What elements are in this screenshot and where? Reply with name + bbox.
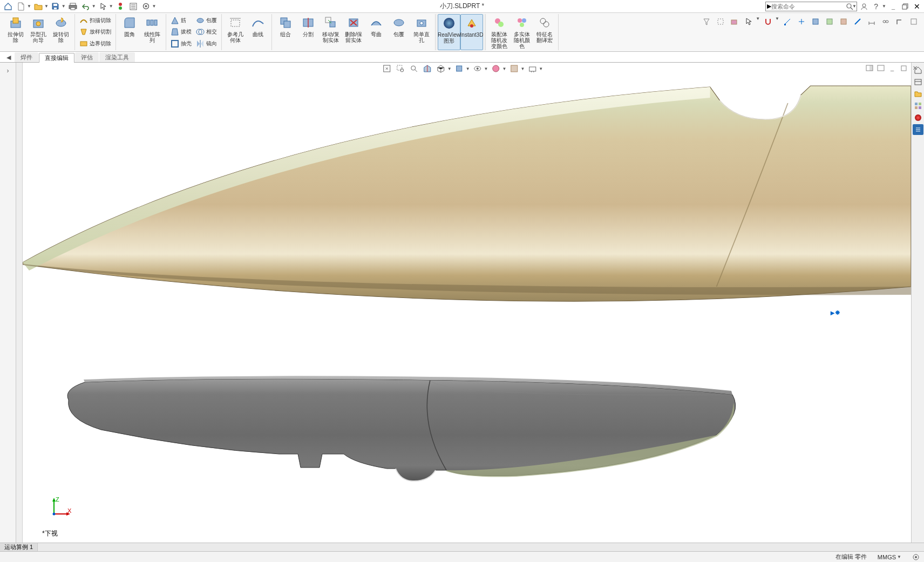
- minimize-button[interactable]: _: [888, 2, 898, 11]
- realview-button[interactable]: RealView 图形: [438, 14, 460, 50]
- restore-button[interactable]: [900, 2, 910, 11]
- chevron-down-icon[interactable]: ▼: [62, 4, 66, 9]
- motion-study-tab[interactable]: 运动算例 1: [0, 543, 38, 551]
- save-button[interactable]: [50, 1, 62, 12]
- box3-icon[interactable]: [838, 16, 850, 27]
- home-icon[interactable]: [2, 1, 14, 12]
- chevron-down-icon[interactable]: ▼: [520, 66, 525, 71]
- chevron-down-icon[interactable]: ▼: [92, 4, 96, 9]
- chevron-down-icon[interactable]: ▼: [502, 66, 507, 71]
- chevron-down-icon[interactable]: ▼: [109, 4, 113, 9]
- chevron-down-icon[interactable]: ▼: [775, 16, 779, 21]
- mirror-button[interactable]: 镜向: [194, 38, 219, 50]
- apply-scene-icon[interactable]: [508, 63, 520, 74]
- shell-button[interactable]: 抽壳: [168, 38, 194, 50]
- flex-button[interactable]: 弯曲: [365, 14, 388, 50]
- chevron-down-icon[interactable]: ▼: [27, 4, 31, 9]
- search-input[interactable]: [771, 3, 846, 10]
- settings-button[interactable]: [140, 1, 152, 12]
- doc-close-button[interactable]: ✕: [910, 64, 920, 72]
- section-view-icon[interactable]: [422, 63, 433, 74]
- taskpane-appearances-icon[interactable]: [913, 112, 923, 123]
- chevron-down-icon[interactable]: ▼: [152, 4, 157, 9]
- graphics-area[interactable]: ▸⁕: [23, 63, 911, 543]
- display-style-icon[interactable]: [453, 63, 465, 74]
- wrap-button[interactable]: 包覆: [194, 15, 219, 26]
- wrap2-button[interactable]: 包覆: [388, 14, 410, 50]
- chevron-down-icon[interactable]: ▼: [447, 66, 452, 71]
- previous-view-icon[interactable]: [408, 63, 420, 74]
- corner-icon[interactable]: [894, 16, 906, 27]
- flyout-arrow-icon[interactable]: ›: [2, 65, 14, 77]
- boundary-cut-button[interactable]: 边界切除: [77, 38, 113, 50]
- chevron-down-icon[interactable]: ▼: [852, 4, 857, 9]
- chevron-down-icon[interactable]: ▼: [484, 66, 488, 71]
- magnet-icon[interactable]: [762, 16, 774, 27]
- chevron-down-icon[interactable]: ▼: [539, 66, 543, 71]
- traffic-light-icon[interactable]: [114, 1, 126, 12]
- taskpane-library-icon[interactable]: [913, 89, 923, 99]
- view-settings-icon[interactable]: [526, 63, 538, 74]
- tab-render-tools[interactable]: 渲染工具: [99, 52, 135, 62]
- tab-direct-editing[interactable]: 直接编辑: [39, 53, 74, 63]
- user-icon[interactable]: [859, 2, 869, 11]
- taskpane-custom-props-icon[interactable]: [913, 124, 923, 135]
- hole-wizard-button[interactable]: 异型孔 向导: [27, 14, 50, 50]
- draft-button[interactable]: 拔模: [168, 26, 194, 38]
- taskpane-resources-icon[interactable]: [913, 77, 923, 87]
- doc-minimize-button[interactable]: _: [887, 64, 897, 72]
- view-triad[interactable]: Z X: [50, 497, 71, 518]
- chevron-down-icon[interactable]: ▼: [882, 4, 886, 9]
- doc-expand-icon[interactable]: [865, 64, 874, 72]
- split-button[interactable]: 分割: [297, 14, 320, 50]
- right-box-icon[interactable]: [908, 16, 920, 27]
- multibody-color-button[interactable]: 多实体 随机颜 色: [511, 14, 533, 50]
- box-icon[interactable]: [810, 16, 821, 27]
- zoom-area-icon[interactable]: [395, 63, 406, 74]
- new-file-button[interactable]: [15, 1, 27, 12]
- print-button[interactable]: [67, 1, 79, 12]
- panel-splitter[interactable]: [16, 63, 23, 543]
- box2-icon[interactable]: [824, 16, 835, 27]
- chevron-down-icon[interactable]: ▼: [466, 66, 470, 71]
- simple-hole-button[interactable]: 简单直 孔: [410, 14, 433, 50]
- chain-icon[interactable]: [880, 16, 892, 27]
- sweep-cut-button[interactable]: 扫描切除: [77, 15, 113, 26]
- search-box[interactable]: ▶ ▼: [765, 2, 857, 11]
- list-icon[interactable]: [127, 1, 139, 12]
- taskpane-view-palette-icon[interactable]: [913, 100, 923, 111]
- chevron-down-icon[interactable]: ▼: [756, 16, 760, 21]
- select-button[interactable]: [97, 1, 109, 12]
- instant3d-button[interactable]: Instant3D: [460, 14, 483, 50]
- delete-keep-button[interactable]: 删除/保 留实体: [342, 14, 365, 50]
- cursor-button[interactable]: [743, 16, 755, 27]
- edge-icon[interactable]: [852, 16, 864, 27]
- sketch-rel-icon[interactable]: [782, 16, 793, 27]
- zoom-fit-icon[interactable]: [381, 63, 393, 74]
- dim-icon[interactable]: [866, 16, 878, 27]
- open-file-button[interactable]: [32, 1, 44, 12]
- close-button[interactable]: ✕: [912, 2, 922, 11]
- feature-translate-button[interactable]: 特征名 翻译宏: [533, 14, 556, 50]
- loft-cut-button[interactable]: 放样切割: [77, 26, 113, 38]
- extrude-cut-button[interactable]: 拉伸切 除: [4, 14, 27, 50]
- filter-solid-icon[interactable]: [729, 16, 740, 27]
- undo-button[interactable]: [80, 1, 92, 12]
- view-orientation-icon[interactable]: [435, 63, 447, 74]
- help-button[interactable]: ?: [871, 2, 881, 11]
- doc-maximize-button[interactable]: [899, 64, 908, 72]
- chevron-down-icon[interactable]: ▼: [44, 4, 49, 9]
- linear-pattern-button[interactable]: 线性阵 列: [141, 14, 164, 50]
- tab-weldments[interactable]: 焊件: [15, 52, 38, 62]
- sketch-rel2-icon[interactable]: [796, 16, 807, 27]
- rib-button[interactable]: 筋: [168, 15, 194, 26]
- select-over-icon[interactable]: [715, 16, 726, 27]
- status-gear-icon[interactable]: [912, 553, 920, 561]
- reference-geometry-button[interactable]: 参考几 何体: [224, 14, 247, 50]
- edit-appearance-icon[interactable]: [490, 63, 502, 74]
- fillet-button[interactable]: 圆角: [118, 14, 141, 50]
- doc-expand2-icon[interactable]: [876, 64, 886, 72]
- move-copy-button[interactable]: 移动/复 制实体: [320, 14, 342, 50]
- combine-button[interactable]: 组合: [274, 14, 297, 50]
- revolve-cut-button[interactable]: 旋转切 除: [50, 14, 72, 50]
